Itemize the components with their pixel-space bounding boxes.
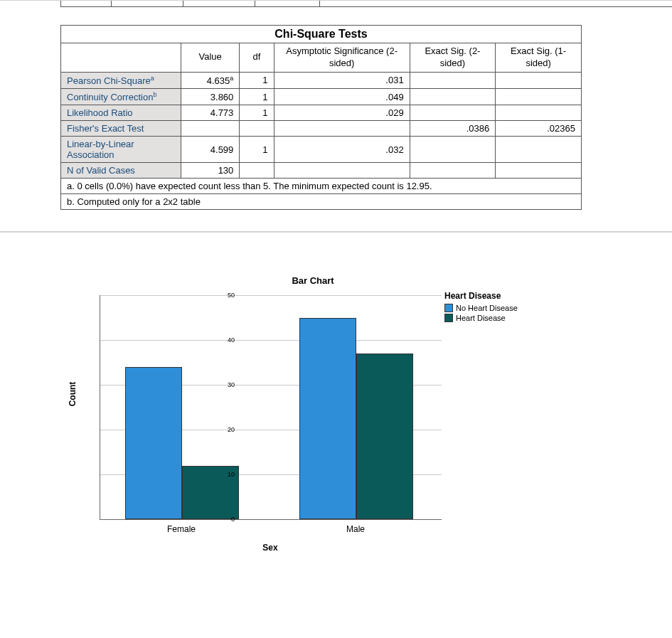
- plot-area: [100, 295, 442, 520]
- row-label: Likelihood Ratio: [61, 105, 181, 121]
- table-cell: 4.635a: [181, 72, 239, 88]
- table-cell: 1: [240, 137, 274, 163]
- table-row: Continuity Correctionb3.8601.049: [61, 89, 582, 105]
- chart-title: Bar Chart: [277, 275, 348, 286]
- table-cell: [496, 89, 582, 105]
- y-tick-label: 0: [217, 516, 235, 523]
- gridline: [100, 340, 442, 341]
- bar: [125, 367, 182, 519]
- table-cell: .029: [274, 105, 410, 121]
- table-cell: [496, 163, 582, 179]
- table-title: Chi-Square Tests: [61, 26, 582, 43]
- bar-chart: Bar Chart Count Sex Heart Disease No Hea…: [68, 275, 580, 574]
- table-cell: 1: [240, 89, 274, 105]
- table-row: N of Valid Cases130: [61, 163, 582, 179]
- legend-item: Heart Disease: [444, 314, 518, 322]
- y-axis-title: Count: [68, 382, 78, 407]
- table-cell: .049: [274, 89, 410, 105]
- table-footnote: a. 0 cells (0.0%) have expected count le…: [61, 179, 582, 194]
- column-header: Value: [181, 43, 239, 73]
- legend: Heart Disease No Heart DiseaseHeart Dise…: [444, 291, 518, 324]
- y-tick-label: 10: [217, 471, 235, 478]
- y-tick-label: 20: [217, 426, 235, 433]
- legend-swatch: [444, 304, 453, 312]
- bar: [299, 318, 356, 520]
- y-tick-label: 50: [217, 292, 235, 299]
- column-header: Exact Sig. (1-sided): [496, 43, 582, 73]
- y-tick-label: 40: [217, 336, 235, 344]
- table-cell: 3.860: [181, 89, 239, 105]
- table-cell: 1: [240, 72, 274, 88]
- table-cell: [181, 121, 239, 137]
- table-row: Fisher's Exact Test.0386.02365: [61, 121, 582, 137]
- row-label: Continuity Correctionb: [61, 89, 181, 105]
- table-cell: [496, 72, 582, 88]
- table-cell: [410, 163, 496, 179]
- chi-square-tests-table: Chi-Square Tests ValuedfAsymptotic Signi…: [60, 25, 582, 210]
- column-header: Exact Sig. (2-sided): [410, 43, 496, 73]
- y-tick-label: 30: [217, 381, 235, 388]
- legend-swatch: [444, 314, 453, 322]
- table-cell: [410, 137, 496, 163]
- table-section: Chi-Square Tests ValuedfAsymptotic Signi…: [0, 0, 672, 232]
- table-footnote: b. Computed only for a 2x2 table: [61, 194, 582, 210]
- table-cell: .031: [274, 72, 410, 88]
- x-tick-label: Female: [124, 524, 238, 534]
- table-row: Linear-by-Linear Association4.5991.032: [61, 137, 582, 163]
- legend-item: No Heart Disease: [444, 304, 518, 312]
- table-cell: .0386: [410, 121, 496, 137]
- table-cell: [274, 121, 410, 137]
- row-label: Fisher's Exact Test: [61, 121, 181, 137]
- table-row: Likelihood Ratio4.7731.029: [61, 105, 582, 121]
- chart-section: Bar Chart Count Sex Heart Disease No Hea…: [0, 232, 672, 574]
- table-cell: [410, 105, 496, 121]
- table-cell: [240, 121, 274, 137]
- table-cell: [410, 89, 496, 105]
- bar: [356, 353, 413, 519]
- column-header: df: [240, 43, 274, 73]
- table-cell: [496, 105, 582, 121]
- column-header: [61, 43, 181, 73]
- table-cell: [496, 137, 582, 163]
- table-cell: [240, 163, 274, 179]
- row-label: Linear-by-Linear Association: [61, 137, 181, 163]
- row-label: Pearson Chi-Squarea: [61, 72, 181, 88]
- legend-title: Heart Disease: [444, 291, 518, 301]
- table-cell: 4.773: [181, 105, 239, 121]
- column-header: Asymptotic Significance (2-sided): [274, 43, 410, 73]
- partial-table-remnant: [60, 1, 672, 7]
- legend-label: Heart Disease: [456, 314, 506, 322]
- x-tick-label: Male: [299, 524, 412, 534]
- row-label: N of Valid Cases: [61, 163, 181, 179]
- x-axis-title: Sex: [100, 543, 441, 553]
- table-cell: 1: [240, 105, 274, 121]
- table-cell: .02365: [496, 121, 582, 137]
- table-cell: [410, 72, 496, 88]
- table-cell: 4.599: [181, 137, 239, 163]
- table-row: Pearson Chi-Squarea4.635a1.031: [61, 72, 582, 88]
- gridline: [100, 295, 442, 296]
- table-cell: .032: [274, 137, 410, 163]
- table-cell: 130: [181, 163, 239, 179]
- table-cell: [274, 163, 410, 179]
- legend-label: No Heart Disease: [456, 304, 518, 312]
